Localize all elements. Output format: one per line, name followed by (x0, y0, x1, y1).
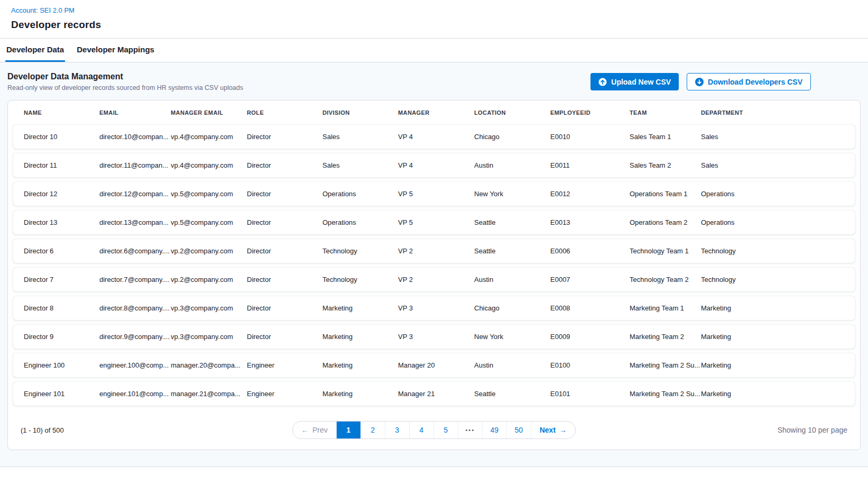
cell-manager-email: manager.21@compa... (171, 390, 247, 398)
cell-location: Austin (474, 276, 550, 283)
cell-location: New York (474, 190, 550, 198)
column-header-name: NAME (24, 109, 99, 116)
upload-new-csv-button[interactable]: Upload New CSV (590, 73, 679, 90)
cell-role: Director (247, 276, 322, 283)
cell-employeeid: E0009 (550, 333, 630, 341)
cell-team: Technology Team 2 (630, 276, 701, 283)
section-title: Developer Data Management (7, 72, 243, 81)
cell-manager: VP 3 (398, 333, 474, 341)
cell-team: Technology Team 1 (630, 247, 701, 255)
download-developers-csv-button[interactable]: Download Developers CSV (687, 73, 811, 90)
table-row: Director 10director.10@compan...vp.4@com… (13, 125, 855, 149)
cell-division: Technology (322, 247, 398, 255)
cell-department: Operations (701, 190, 855, 198)
cell-name: Director 12 (24, 190, 99, 198)
cell-division: Operations (322, 218, 398, 226)
cell-department: Technology (701, 276, 855, 283)
cell-manager: Manager 21 (398, 390, 474, 398)
column-header-team: TEAM (630, 109, 701, 116)
cell-department: Operations (701, 218, 855, 226)
page-title: Developer records (11, 19, 857, 31)
column-header-department: DEPARTMENT (701, 109, 855, 116)
cell-email: director.7@company.... (99, 276, 171, 283)
column-header-manager: MANAGER (398, 109, 474, 116)
cell-team: Sales Team 2 (630, 161, 701, 169)
cell-department: Marketing (701, 333, 855, 341)
tab-developer-mappings[interactable]: Developer Mappings (76, 39, 155, 62)
table-row: Director 11director.11@compan...vp.4@com… (13, 153, 855, 177)
column-header-employeeid: EMPLOYEEID (550, 109, 630, 116)
prev-page-button[interactable]: ←Prev (293, 422, 336, 438)
cell-role: Director (247, 304, 322, 312)
cell-role: Director (247, 161, 322, 169)
pagination-range-label: (1 - 10) of 500 (21, 426, 64, 434)
cell-manager-email: manager.20@compa... (171, 361, 247, 369)
column-header-email: EMAIL (99, 109, 171, 116)
tab-developer-data-label: Developer Data (6, 45, 64, 54)
cell-email: director.13@compan... (99, 218, 171, 226)
cell-division: Marketing (322, 390, 398, 398)
cell-employeeid: E0012 (550, 190, 630, 198)
page-button-3[interactable]: 3 (385, 422, 409, 438)
table-row: Director 6director.6@company....vp.2@com… (13, 239, 855, 263)
arrow-left-icon: ← (301, 426, 309, 434)
page-button-2[interactable]: 2 (361, 422, 385, 438)
cell-location: New York (474, 333, 550, 341)
cell-location: Chicago (474, 133, 550, 141)
cell-employeeid: E0006 (550, 247, 630, 255)
cell-manager: VP 2 (398, 276, 474, 283)
prev-label: Prev (312, 426, 328, 434)
next-label: Next (540, 426, 556, 434)
cell-manager-email: vp.4@company.com (171, 161, 247, 169)
table-row: Director 12director.12@compan...vp.5@com… (13, 182, 855, 206)
cell-manager-email: vp.3@company.com (171, 304, 247, 312)
cell-email: director.6@company.... (99, 247, 171, 255)
section-header: Developer Data Management Read-only view… (7, 72, 861, 91)
cell-role: Director (247, 333, 322, 341)
cell-team: Marketing Team 1 (630, 304, 701, 312)
cell-department: Marketing (701, 361, 855, 369)
table-header-row: NAMEEMAILMANAGER EMAILROLEDIVISIONMANAGE… (13, 100, 855, 125)
cell-employeeid: E0007 (550, 276, 630, 283)
csv-actions: Upload New CSV Download Developers CSV (590, 73, 811, 90)
page-button-5[interactable]: 5 (433, 422, 458, 438)
cell-employeeid: E0011 (550, 161, 630, 169)
cell-role: Engineer (247, 361, 322, 369)
cell-division: Marketing (322, 333, 398, 341)
next-page-button[interactable]: Next→ (531, 422, 575, 438)
page-button-4[interactable]: 4 (409, 422, 433, 438)
tab-developer-data[interactable]: Developer Data (5, 39, 65, 62)
account-breadcrumb-link[interactable]: Account: SEI 2.0 PM (11, 6, 75, 14)
tab-bar: Developer Data Developer Mappings (0, 39, 868, 62)
per-page-label: Showing 10 per page (778, 426, 847, 434)
page-button-1[interactable]: 1 (336, 422, 361, 438)
cell-location: Seattle (474, 390, 550, 398)
arrow-right-icon: → (559, 426, 567, 434)
cell-role: Director (247, 190, 322, 198)
cell-employeeid: E0100 (550, 361, 630, 369)
table-row: Engineer 100engineer.100@comp...manager.… (13, 353, 855, 377)
cell-manager: VP 4 (398, 161, 474, 169)
cell-email: director.10@compan... (99, 133, 171, 141)
column-header-division: DIVISION (322, 109, 398, 116)
tab-developer-mappings-label: Developer Mappings (77, 45, 154, 54)
pagination-control: ←Prev12345•••4950Next→ (292, 421, 576, 439)
cell-name: Director 8 (24, 304, 99, 312)
page-button-49[interactable]: 49 (482, 422, 506, 438)
cell-division: Sales (322, 133, 398, 141)
cell-manager-email: vp.3@company.com (171, 333, 247, 341)
table-footer: (1 - 10) of 500 ←Prev12345•••4950Next→ S… (8, 410, 860, 450)
table-row: Director 9director.9@company....vp.3@com… (13, 325, 855, 349)
cell-location: Chicago (474, 304, 550, 312)
download-developers-csv-label: Download Developers CSV (708, 78, 802, 86)
page-button-50[interactable]: 50 (506, 422, 531, 438)
column-header-location: LOCATION (474, 109, 550, 116)
cell-name: Director 6 (24, 247, 99, 255)
app-root: Account: SEI 2.0 PM Developer records De… (0, 0, 868, 467)
cell-location: Austin (474, 361, 550, 369)
cell-team: Operations Team 1 (630, 190, 701, 198)
column-header-manager-email: MANAGER EMAIL (171, 109, 247, 116)
cell-manager: VP 5 (398, 218, 474, 226)
cell-division: Technology (322, 276, 398, 283)
cell-division: Operations (322, 190, 398, 198)
